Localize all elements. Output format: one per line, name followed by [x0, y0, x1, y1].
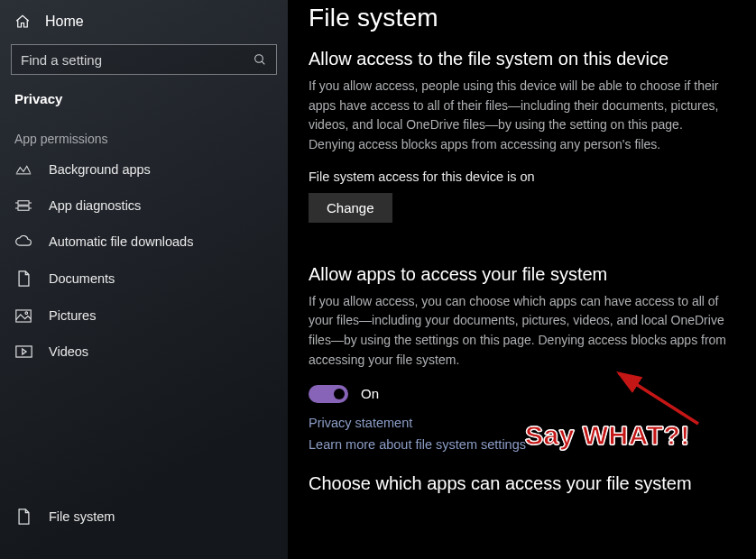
svg-point-0	[255, 55, 263, 63]
sidebar-item-pictures[interactable]: Pictures	[0, 298, 288, 334]
sidebar-item-label: Documents	[49, 271, 115, 286]
section-heading-apps-access: Allow apps to access your file system	[309, 264, 736, 285]
sidebar-item-documents[interactable]: Documents	[0, 260, 288, 298]
svg-rect-4	[18, 206, 29, 211]
home-button[interactable]: Home	[0, 9, 288, 39]
page-title: File system	[309, 4, 736, 32]
search-icon	[253, 52, 267, 67]
group-label-app-permissions: App permissions	[0, 119, 288, 151]
apps-access-toggle[interactable]	[309, 385, 348, 403]
pictures-icon	[14, 309, 32, 323]
apps-access-toggle-label: On	[361, 386, 379, 401]
sidebar-item-label: App diagnostics	[49, 198, 141, 213]
section-body-apps-access: If you allow access, you can choose whic…	[309, 292, 733, 371]
privacy-statement-link[interactable]: Privacy statement	[309, 416, 736, 430]
home-label: Home	[45, 14, 84, 30]
svg-rect-9	[16, 309, 31, 321]
document-icon	[14, 509, 32, 525]
category-privacy: Privacy	[0, 86, 288, 119]
document-icon	[14, 270, 32, 287]
device-access-status: File system access for this device is on	[309, 170, 736, 184]
sidebar-item-videos[interactable]: Videos	[0, 334, 288, 370]
sidebar-item-label: Automatic file downloads	[49, 234, 193, 249]
sidebar-item-file-system[interactable]: File system	[0, 498, 288, 536]
sidebar-item-label: Pictures	[49, 308, 96, 323]
section-heading-device-access: Allow access to the file system on this …	[309, 49, 736, 69]
sidebar-item-background-apps[interactable]: Background apps	[0, 151, 288, 188]
svg-marker-12	[22, 349, 25, 354]
svg-line-1	[262, 61, 264, 64]
svg-point-10	[25, 311, 28, 314]
videos-icon	[14, 345, 32, 358]
sidebar-item-label: File system	[49, 509, 115, 524]
diagnostics-icon	[14, 199, 32, 212]
change-button[interactable]: Change	[309, 193, 392, 223]
home-icon	[14, 14, 31, 30]
search-box[interactable]	[11, 44, 277, 75]
sidebar-item-app-diagnostics[interactable]: App diagnostics	[0, 188, 288, 224]
section-heading-choose-apps: Choose which apps can access your file s…	[309, 473, 736, 494]
cloud-icon	[14, 235, 32, 248]
sidebar-item-automatic-file-downloads[interactable]: Automatic file downloads	[0, 224, 288, 260]
learn-more-link[interactable]: Learn more about file system settings	[309, 437, 736, 452]
svg-rect-3	[18, 201, 29, 206]
background-apps-icon	[14, 163, 32, 176]
sidebar-item-label: Background apps	[49, 162, 151, 177]
sidebar-item-label: Videos	[49, 344, 88, 359]
section-body-device-access: If you allow access, people using this d…	[309, 77, 733, 155]
svg-rect-11	[15, 346, 31, 357]
search-input[interactable]	[21, 52, 253, 68]
